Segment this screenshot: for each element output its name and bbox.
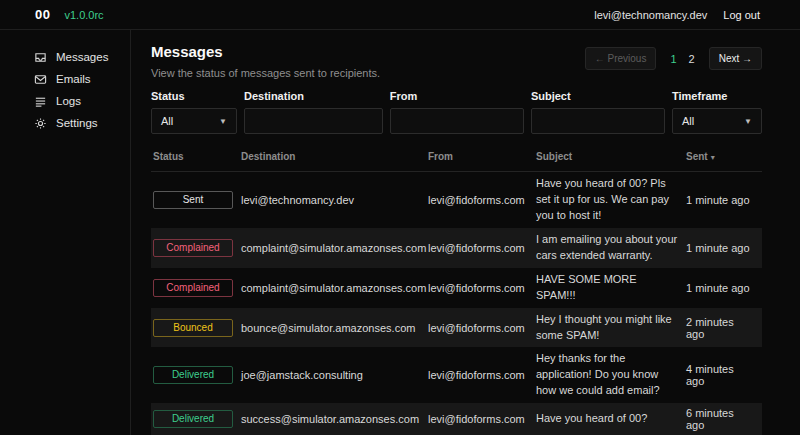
- sidebar-item-logs[interactable]: Logs: [0, 90, 130, 112]
- destination-filter-label: Destination: [244, 90, 383, 102]
- destination-cell: bounce@simulator.amazonses.com: [241, 318, 428, 338]
- logs-icon: [34, 95, 47, 108]
- subject-cell: Hey thanks for the application! Do you k…: [536, 347, 686, 403]
- sidebar-item-settings[interactable]: Settings: [0, 112, 130, 134]
- app-logo: 00: [35, 7, 50, 22]
- destination-cell: complaint@simulator.amazonses.com: [241, 278, 428, 298]
- sidebar-item-label: Emails: [56, 73, 91, 85]
- destination-filter-input[interactable]: [244, 108, 383, 134]
- sidebar-item-label: Logs: [56, 95, 81, 107]
- envelope-icon: [34, 73, 47, 86]
- gear-icon: [34, 117, 47, 130]
- subject-cell: Have you heard of 00?: [536, 407, 686, 431]
- subject-cell: Have you heard of 00? Pls set it up for …: [536, 172, 686, 228]
- page-title: Messages: [151, 43, 380, 60]
- from-cell: levi@fidoforms.com: [428, 278, 536, 298]
- from-cell: levi@fidoforms.com: [428, 409, 536, 429]
- from-filter-input[interactable]: [390, 108, 524, 134]
- header-subject: Subject: [536, 151, 686, 162]
- destination-cell: complaint@simulator.amazonses.com: [241, 238, 428, 258]
- status-filter-value: All: [161, 115, 173, 127]
- messages-table-body: Sent levi@technomancy.dev levi@fidoforms…: [151, 172, 762, 435]
- table-row[interactable]: Bounced bounce@simulator.amazonses.com l…: [151, 308, 762, 348]
- subject-cell: Hey I thought you might like some SPAM!: [536, 308, 686, 348]
- messages-table: Status Destination From Subject Sent▾ Se…: [151, 147, 762, 435]
- table-row[interactable]: Complained complaint@simulator.amazonses…: [151, 268, 762, 308]
- inbox-icon: [34, 51, 47, 64]
- subject-filter-label: Subject: [531, 90, 665, 102]
- next-page-button[interactable]: Next →: [709, 47, 762, 70]
- timeframe-filter-select[interactable]: All ▼: [672, 108, 762, 134]
- page-number-1[interactable]: 1: [670, 53, 676, 65]
- sent-cell: 1 minute ago: [686, 190, 762, 210]
- from-cell: levi@fidoforms.com: [428, 190, 536, 210]
- sent-cell: 1 minute ago: [686, 238, 762, 258]
- from-cell: levi@fidoforms.com: [428, 318, 536, 338]
- destination-cell: levi@technomancy.dev: [241, 190, 428, 210]
- status-badge: Sent: [153, 191, 233, 209]
- page-number-2[interactable]: 2: [689, 53, 695, 65]
- header-sent[interactable]: Sent▾: [686, 151, 762, 162]
- user-email: levi@technomancy.dev: [594, 9, 707, 21]
- header-destination: Destination: [241, 151, 428, 162]
- sidebar-item-label: Messages: [56, 51, 108, 63]
- sent-cell: 6 minutes ago: [686, 403, 762, 435]
- status-badge: Complained: [153, 239, 233, 257]
- from-filter-label: From: [390, 90, 524, 102]
- sort-descending-icon: ▾: [711, 153, 715, 162]
- header-status: Status: [151, 151, 241, 162]
- table-row[interactable]: Sent levi@technomancy.dev levi@fidoforms…: [151, 172, 762, 228]
- from-cell: levi@fidoforms.com: [428, 238, 536, 258]
- status-badge: Complained: [153, 279, 233, 297]
- table-header: Status Destination From Subject Sent▾: [151, 147, 762, 172]
- table-row[interactable]: Delivered joe@jamstack.consulting levi@f…: [151, 347, 762, 403]
- destination-cell: joe@jamstack.consulting: [241, 365, 428, 385]
- topbar-right: levi@technomancy.dev Log out: [594, 9, 760, 21]
- chevron-down-icon: ▼: [219, 117, 227, 126]
- sidebar: Messages Emails Logs Settings: [0, 30, 131, 435]
- destination-cell: success@simulator.amazonses.com: [241, 409, 428, 429]
- filter-bar: Status All ▼ Destination From Subject Ti…: [151, 90, 762, 134]
- status-badge: Bounced: [153, 319, 233, 337]
- timeframe-filter-value: All: [682, 115, 694, 127]
- table-row[interactable]: Delivered success@simulator.amazonses.co…: [151, 403, 762, 435]
- status-filter-select[interactable]: All ▼: [151, 108, 237, 134]
- status-badge: Delivered: [153, 410, 233, 428]
- timeframe-filter-label: Timeframe: [672, 90, 762, 102]
- previous-page-button[interactable]: ← Previous: [585, 47, 657, 70]
- main-content: Messages View the status of messages sen…: [131, 30, 800, 435]
- subject-cell: HAVE SOME MORE SPAM!!!: [536, 268, 686, 308]
- sidebar-item-messages[interactable]: Messages: [0, 46, 130, 68]
- from-cell: levi@fidoforms.com: [428, 365, 536, 385]
- status-filter-label: Status: [151, 90, 237, 102]
- chevron-down-icon: ▼: [744, 117, 752, 126]
- version-label: v1.0.0rc: [64, 9, 103, 21]
- logout-button[interactable]: Log out: [723, 9, 760, 21]
- header-from: From: [428, 151, 536, 162]
- sidebar-item-emails[interactable]: Emails: [0, 68, 130, 90]
- sidebar-item-label: Settings: [56, 117, 98, 129]
- subject-filter-input[interactable]: [531, 108, 665, 134]
- sent-cell: 2 minutes ago: [686, 312, 762, 344]
- sent-cell: 1 minute ago: [686, 278, 762, 298]
- subject-cell: I am emailing you about your cars extend…: [536, 228, 686, 268]
- status-badge: Delivered: [153, 366, 233, 384]
- pagination: ← Previous 1 2 Next →: [585, 47, 762, 70]
- table-row[interactable]: Complained complaint@simulator.amazonses…: [151, 228, 762, 268]
- top-bar: 00 v1.0.0rc levi@technomancy.dev Log out: [0, 0, 800, 30]
- sent-cell: 4 minutes ago: [686, 359, 762, 391]
- page-subtitle: View the status of messages sent to reci…: [151, 67, 380, 79]
